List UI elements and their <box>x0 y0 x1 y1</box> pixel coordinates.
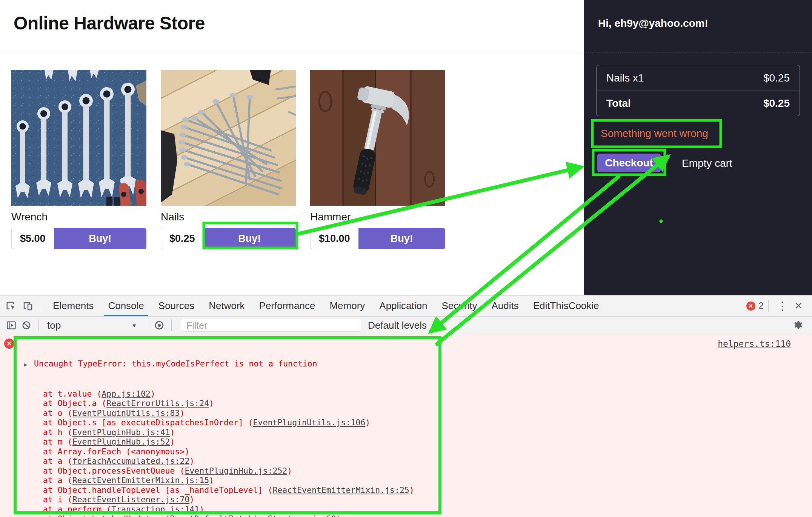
stack-frame-text: ) <box>287 466 292 475</box>
product-name: Hammer <box>310 211 445 223</box>
disclosure-triangle-icon[interactable]: ▶ <box>24 360 34 370</box>
tab-label: Performance <box>259 300 315 312</box>
buy-button-hammer[interactable]: Buy! <box>358 228 445 249</box>
product-card-nails: Nails $0.25 Buy! <box>161 70 296 249</box>
tabbar-right-controls: ✕ 2 ⋮ ✕ <box>746 299 812 312</box>
context-select[interactable]: top ▼ <box>43 320 142 331</box>
stack-frame-source-link[interactable]: EventPluginHub.js:252 <box>185 466 287 475</box>
hammer-photo <box>310 70 445 206</box>
buy-row: $10.00 Buy! <box>310 228 445 249</box>
cart-table: Nails x1 $0.25 Total $0.25 <box>596 65 800 116</box>
device-toolbar-icon[interactable] <box>20 298 36 314</box>
stack-frame-text: ) <box>180 408 185 418</box>
tab-label: Network <box>209 300 245 312</box>
cart-total-label: Total <box>606 97 631 109</box>
empty-cart-link[interactable]: Empty cart <box>682 157 732 169</box>
stack-frame: at h (EventPluginHub.js:41) <box>24 428 414 437</box>
product-name: Wrench <box>11 211 146 223</box>
stack-frame: at Array.forEach (<anonymous>) <box>24 447 414 457</box>
product-card-hammer: Hammer $10.00 Buy! <box>310 70 445 249</box>
tab-console[interactable]: Console <box>101 295 151 316</box>
log-levels-select[interactable]: Default levels ▼ <box>368 320 436 331</box>
console-error-badge[interactable]: ✕ 2 <box>746 300 764 311</box>
devtools-tabs: ElementsConsoleSourcesNetworkPerformance… <box>46 295 606 316</box>
tab-label: Console <box>108 300 144 312</box>
buy-button-nails[interactable]: Buy! <box>203 228 296 249</box>
stack-frame-text: at a ( <box>43 456 72 466</box>
console-source-link[interactable]: helpers.ts:110 <box>718 339 791 349</box>
separator <box>147 320 147 331</box>
stack-frame-source-link[interactable]: ReactDefaultBatchingStrategy.js:60 <box>170 514 336 517</box>
tab-label: Audits <box>491 300 518 312</box>
devtools-menu-icon[interactable]: ⋮ <box>773 299 792 312</box>
stack-frame-source-link[interactable]: ReactEventEmitterMixin.js:25 <box>272 485 409 495</box>
tab-elements[interactable]: Elements <box>46 295 101 316</box>
inspect-element-icon[interactable] <box>3 298 20 314</box>
stack-frame-source-link[interactable]: ReactEventEmitterMixin.js:15 <box>72 475 209 485</box>
stack-frame: at Object.s [as executeDispatchesInOrder… <box>24 418 414 428</box>
tab-editthiscookie[interactable]: EditThisCookie <box>526 295 606 316</box>
stack-frame-source-link[interactable]: EventPluginUtils.js:106 <box>253 418 366 427</box>
wrench-photo <box>11 70 146 206</box>
stack-frame-source-link[interactable]: forEachAccumulated.js:22 <box>72 456 190 466</box>
active-tab-underline <box>104 315 148 316</box>
stack-frame-source-link[interactable]: ReactErrorUtils.js:24 <box>106 399 209 408</box>
tab-label: Elements <box>53 300 94 312</box>
tab-network[interactable]: Network <box>201 295 252 316</box>
stack-frame-text: at Object.s [as executeDispatchesInOrder… <box>43 418 253 427</box>
console-filter-input[interactable] <box>181 319 361 332</box>
stack-frame-text: ) <box>409 485 414 495</box>
tab-label: Sources <box>158 300 194 312</box>
stack-frame-text: ) <box>209 399 214 408</box>
stack-frame: at a (forEachAccumulated.js:22) <box>24 456 414 466</box>
console-sidebar-icon[interactable] <box>4 318 19 333</box>
live-expression-eye-icon[interactable] <box>152 318 167 333</box>
tab-memory[interactable]: Memory <box>322 295 372 316</box>
tab-sources[interactable]: Sources <box>151 295 201 316</box>
buy-row: $0.25 Buy! <box>161 228 296 249</box>
stack-frame: at a (ReactEventEmitterMixin.js:15) <box>24 475 414 485</box>
stack-frame-source-link[interactable]: EventPluginHub.js:52 <box>72 437 170 446</box>
stack-frame: at t.value (App.js:102) <box>24 389 414 399</box>
product-name: Nails <box>161 211 296 223</box>
error-message-line: ▶ Uncaught TypeError: this.myCodeIsPerfe… <box>24 359 414 370</box>
clear-console-icon[interactable] <box>19 318 34 333</box>
stack-frame-source-link[interactable]: App.js:102 <box>102 389 150 399</box>
stack-frame: at o (EventPluginUtils.js:83) <box>24 408 414 418</box>
console-settings-gear-icon[interactable] <box>791 318 806 333</box>
stack-frame-source-link[interactable]: EventPluginHub.js:41 <box>72 428 170 437</box>
stack-frame-text: at m ( <box>43 437 72 446</box>
stack-frame-source-link[interactable]: Transaction.js:141 <box>111 505 199 514</box>
screen: Online Hardware Store <box>0 0 812 517</box>
buy-button-wrench[interactable]: Buy! <box>54 228 146 249</box>
stack-frame-source-link[interactable]: EventPluginUtils.js:83 <box>72 408 180 418</box>
stack-frame-text: at a ( <box>43 475 72 485</box>
cart-item-label: Nails x1 <box>606 72 644 84</box>
close-devtools-icon[interactable]: ✕ <box>792 300 805 312</box>
separator <box>768 300 769 312</box>
console-toolbar: top ▼ Default levels ▼ <box>0 317 812 334</box>
stack-frame-text: ) <box>189 456 194 466</box>
stack-frame-text: ) <box>170 428 175 437</box>
tab-application[interactable]: Application <box>372 295 434 316</box>
error-log-entry: ▶ Uncaught TypeError: this.myCodeIsPerfe… <box>24 340 414 517</box>
checkout-button[interactable]: Checkout <box>597 154 661 172</box>
stack-frame-text: ) <box>189 495 194 504</box>
error-level-icon: ✕ <box>4 339 14 349</box>
tab-security[interactable]: Security <box>435 295 484 316</box>
stack-frame: at m (EventPluginHub.js:52) <box>24 437 414 447</box>
product-card-wrench: Wrench $5.00 Buy! <box>11 70 146 249</box>
stack-frame: at Object.a (ReactErrorUtils.js:24) <box>24 399 414 408</box>
devtools-panel: ElementsConsoleSourcesNetworkPerformance… <box>0 295 812 517</box>
store-header: Online Hardware Store <box>0 0 584 52</box>
tab-performance[interactable]: Performance <box>252 295 323 316</box>
separator <box>171 320 172 331</box>
stack-frame-text: at Object.handleTopLevel [as _handleTopL… <box>43 485 272 495</box>
tab-audits[interactable]: Audits <box>484 295 526 316</box>
log-levels-value: Default levels <box>368 320 427 331</box>
stack-frame-source-link[interactable]: ReactEventListener.js:70 <box>72 495 190 504</box>
store-main-area: Online Hardware Store <box>0 0 584 295</box>
stack-frame-text: at Object.a ( <box>43 399 106 408</box>
stack-frame-text: ) <box>336 514 341 517</box>
cart-row-item: Nails x1 $0.25 <box>597 65 800 91</box>
